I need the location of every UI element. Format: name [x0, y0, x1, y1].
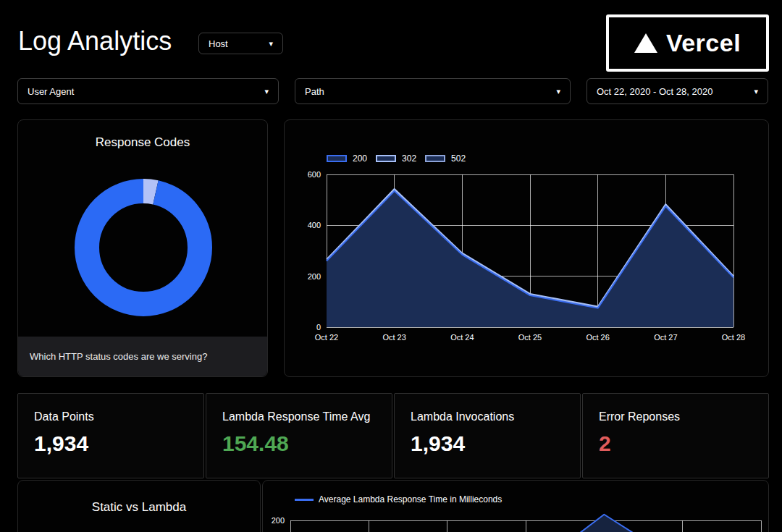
stat-value: 1,934: [34, 431, 203, 456]
date-range-dropdown-label: Oct 22, 2020 - Oct 28, 2020: [597, 86, 712, 97]
path-dropdown[interactable]: Path ▾: [295, 78, 571, 104]
svg-text:Oct 22: Oct 22: [315, 333, 338, 342]
vercel-logo: Vercel: [606, 14, 769, 72]
legend-swatch-line-icon: [295, 499, 314, 501]
legend-label-502: 502: [451, 153, 466, 164]
path-dropdown-label: Path: [305, 86, 324, 97]
svg-text:400: 400: [308, 221, 321, 229]
host-dropdown-label: Host: [209, 38, 228, 49]
response-codes-card: Response Codes Which HTTP status codes a…: [17, 119, 268, 377]
stats-row: Data Points 1,934 Lambda Response Time A…: [17, 393, 769, 478]
stat-label: Lambda Invocations: [411, 410, 580, 423]
svg-text:Oct 26: Oct 26: [586, 333, 609, 342]
stat-value: 2: [599, 431, 768, 456]
legend-label-302: 302: [402, 153, 416, 164]
vercel-triangle-icon: [634, 33, 657, 53]
svg-text:200: 200: [308, 272, 321, 281]
timeline-legend: 200 302 502: [327, 153, 466, 164]
svg-text:Oct 24: Oct 24: [450, 333, 474, 342]
svg-text:Oct 25: Oct 25: [518, 333, 542, 342]
stat-label: Error Reponses: [599, 410, 768, 423]
status-codes-chart-card: Oct 22Oct 23Oct 24Oct 25Oct 26Oct 27Oct …: [284, 119, 769, 377]
stat-card-data-points: Data Points 1,934: [17, 393, 204, 478]
stat-card-error-responses: Error Reponses 2: [582, 393, 769, 478]
vercel-logo-text: Vercel: [666, 29, 741, 57]
stat-label: Data Points: [34, 410, 203, 423]
legend-swatch-200-icon: [327, 155, 347, 162]
chevron-down-icon: ▾: [556, 88, 560, 96]
static-vs-lambda-card: Static vs Lambda: [17, 480, 261, 532]
static-vs-lambda-title: Static vs Lambda: [18, 500, 260, 515]
response-codes-footer: Which HTTP status codes are we serving?: [18, 337, 267, 376]
lambda-chart-legend[interactable]: Average Lambda Response Time in Millieco…: [295, 494, 502, 504]
stat-label: Lambda Response Time Avg: [222, 410, 392, 423]
user-agent-dropdown[interactable]: User Agent ▾: [17, 78, 279, 104]
stat-value: 1,934: [411, 431, 580, 456]
stat-value: 154.48: [222, 431, 392, 456]
host-dropdown[interactable]: Host ▾: [198, 33, 283, 54]
date-range-dropdown[interactable]: Oct 22, 2020 - Oct 28, 2020 ▾: [586, 78, 768, 104]
legend-swatch-502-icon: [425, 155, 445, 162]
chevron-down-icon: ▾: [269, 40, 273, 48]
legend-item-302[interactable]: 302: [376, 153, 416, 164]
legend-item-502[interactable]: 502: [425, 153, 466, 164]
svg-text:Oct 23: Oct 23: [382, 333, 405, 342]
log-analytics-dashboard: Log Analytics Host ▾ Vercel User Agent ▾…: [0, 0, 782, 532]
lambda-response-time-chart-card: 200 Average Lambda Response Time in Mill…: [262, 480, 769, 532]
stat-card-lambda-invocations: Lambda Invocations 1,934: [394, 393, 581, 478]
user-agent-dropdown-label: User Agent: [28, 86, 74, 97]
legend-swatch-302-icon: [376, 155, 396, 162]
lambda-legend-label: Average Lambda Response Time in Millieco…: [319, 494, 502, 504]
chevron-down-icon: ▾: [754, 88, 758, 96]
legend-item-200[interactable]: 200: [327, 153, 367, 164]
vercel-logo-inner: Vercel: [609, 17, 766, 69]
stat-card-lambda-response-time-avg: Lambda Response Time Avg 154.48: [206, 393, 392, 478]
svg-text:Oct 28: Oct 28: [722, 333, 745, 342]
svg-text:600: 600: [308, 170, 321, 179]
page-title: Log Analytics: [18, 26, 172, 56]
lambda-response-time-chart: 200: [263, 481, 769, 532]
response-codes-donut-chart: [18, 120, 269, 338]
svg-text:Oct 27: Oct 27: [654, 333, 677, 342]
chevron-down-icon: ▾: [264, 88, 269, 96]
svg-text:0: 0: [316, 323, 321, 332]
svg-text:200: 200: [272, 516, 285, 525]
legend-label-200: 200: [353, 153, 367, 164]
